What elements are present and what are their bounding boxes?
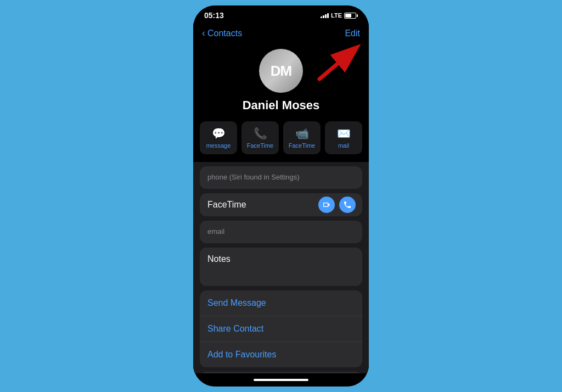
- send-message-label: Send Message: [207, 298, 266, 307]
- mail-label: mail: [338, 142, 349, 149]
- share-contact-item[interactable]: Share Contact: [200, 316, 362, 342]
- avatar-initials: DM: [271, 63, 291, 80]
- phone-section: phone (Siri found in Settings): [200, 166, 362, 189]
- phone-frame: 05:13 LTE ‹ Contacts Edit: [193, 5, 369, 387]
- contact-content: ‹ Contacts Edit DM Daniel Moses: [193, 23, 369, 373]
- status-icons: LTE: [321, 12, 358, 19]
- phone-icon: 📞: [254, 127, 267, 140]
- facetime-video-label: FaceTime: [289, 142, 316, 149]
- phone-row-icon: [343, 200, 352, 209]
- video-row-icon: [322, 200, 331, 209]
- back-button[interactable]: ‹ Contacts: [202, 27, 242, 39]
- chevron-left-icon: ‹: [202, 27, 205, 39]
- contact-name: Daniel Moses: [243, 98, 320, 113]
- facetime-row-actions: [318, 197, 356, 213]
- add-to-favourites-item[interactable]: Add to Favourites: [200, 342, 362, 367]
- status-bar: 05:13 LTE: [193, 5, 369, 23]
- facetime-audio-button[interactable]: 📞 FaceTime: [241, 121, 279, 154]
- mail-button[interactable]: ✉️ mail: [325, 121, 362, 154]
- back-label: Contacts: [207, 29, 242, 38]
- facetime-video-row-button[interactable]: [318, 197, 335, 213]
- home-indicator: [193, 373, 369, 387]
- avatar-section: DM Daniel Moses: [193, 43, 369, 121]
- message-button[interactable]: 💬 message: [200, 121, 237, 154]
- lte-label: LTE: [331, 12, 342, 19]
- notes-label: Notes: [207, 254, 355, 264]
- nav-bar: ‹ Contacts Edit: [193, 23, 369, 43]
- status-time: 05:13: [204, 11, 224, 20]
- message-icon: 💬: [212, 127, 226, 140]
- email-section: email: [200, 221, 362, 243]
- add-to-favourites-label: Add to Favourites: [207, 350, 276, 359]
- home-bar: [254, 379, 308, 381]
- send-message-item[interactable]: Send Message: [200, 290, 362, 316]
- phone-row: phone (Siri found in Settings): [200, 166, 362, 189]
- email-row: email: [200, 221, 362, 243]
- video-icon: 📹: [295, 127, 309, 140]
- content-scroll[interactable]: phone (Siri found in Settings) FaceTime: [193, 162, 369, 373]
- notes-section: Notes: [200, 248, 362, 286]
- facetime-row: FaceTime: [200, 193, 362, 216]
- mail-icon: ✉️: [337, 127, 351, 140]
- battery-icon: [344, 13, 358, 19]
- action-list: Send Message Share Contact Add to Favour…: [200, 290, 362, 367]
- email-label: email: [207, 227, 355, 236]
- facetime-video-button[interactable]: 📹 FaceTime: [283, 121, 321, 154]
- phone-label: phone (Siri found in Settings): [207, 173, 355, 181]
- facetime-audio-label: FaceTime: [247, 142, 274, 149]
- action-buttons-bar: 💬 message 📞 FaceTime 📹 FaceTime ✉️ mail: [193, 121, 369, 162]
- message-label: message: [206, 142, 231, 149]
- share-contact-label: Share Contact: [207, 324, 263, 333]
- facetime-section: FaceTime: [200, 193, 362, 216]
- facetime-audio-row-button[interactable]: [339, 197, 356, 213]
- edit-button[interactable]: Edit: [345, 29, 360, 38]
- signal-bars-icon: [321, 13, 329, 18]
- avatar: DM: [259, 49, 303, 93]
